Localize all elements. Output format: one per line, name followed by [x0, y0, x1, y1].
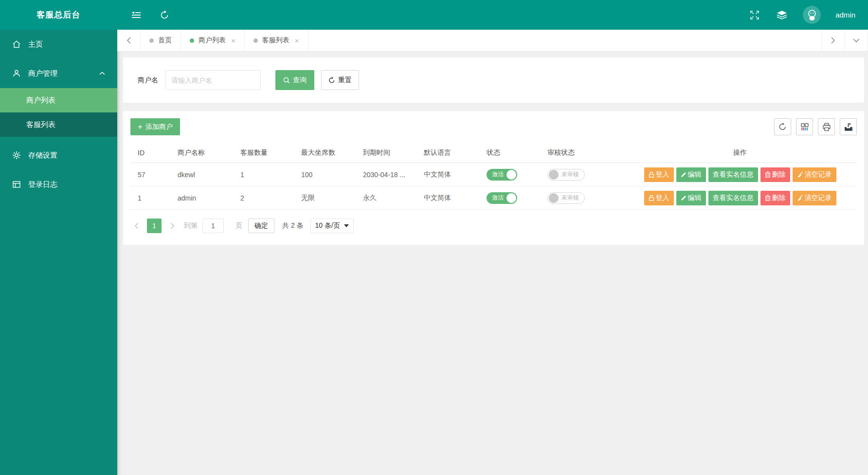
column-header-actions: 操作	[623, 143, 857, 163]
edit-button[interactable]: 编辑	[676, 167, 706, 182]
table-toolbar: + 添加商户	[130, 118, 857, 135]
clear-records-button[interactable]: 清空记录	[793, 167, 836, 182]
cell-agents: 1	[233, 163, 294, 186]
tab-home[interactable]: 首页	[141, 30, 181, 51]
table-card: + 添加商户	[123, 111, 864, 245]
merchant-table: ID 商户名称 客服数量 最大坐席数 到期时间 默认语言 状态 审核状态 操作	[130, 143, 857, 210]
topbar: admin	[117, 0, 868, 30]
reset-icon	[328, 77, 335, 84]
clear-records-button[interactable]: 清空记录	[793, 191, 836, 205]
sidebar-item-label: 商户列表	[26, 96, 55, 105]
confirm-page-button[interactable]: 确定	[248, 219, 274, 233]
view-realname-button[interactable]: 查看实名信息	[708, 191, 758, 205]
column-header-lang: 默认语言	[416, 143, 479, 163]
layers-icon[interactable]	[776, 9, 788, 21]
prev-page-button[interactable]	[131, 222, 141, 229]
delete-button-label: 删除	[772, 170, 786, 179]
delete-button[interactable]: 删除	[760, 167, 790, 182]
sidebar-item-merchant-mgmt[interactable]: 商户管理	[0, 59, 117, 88]
add-merchant-label: 添加商户	[145, 123, 173, 131]
login-button[interactable]: 登入	[644, 167, 674, 182]
page-size-value: 10 条/页	[315, 221, 340, 230]
clear-records-label: 清空记录	[805, 194, 832, 202]
pencil-icon	[681, 195, 687, 201]
query-button[interactable]: 查询	[275, 70, 314, 90]
tab-close-icon[interactable]: ×	[230, 37, 235, 45]
sidebar-item-login-log[interactable]: 登录日志	[0, 170, 117, 199]
chevron-up-icon	[99, 71, 106, 76]
cell-lang: 中文简体	[416, 186, 479, 210]
cell-expire: 永久	[356, 186, 416, 210]
sidebar-submenu: 商户列表 客服列表	[0, 88, 117, 137]
cell-lang: 中文简体	[416, 163, 479, 186]
column-header-status: 状态	[479, 143, 540, 163]
refresh-page-icon[interactable]	[158, 9, 171, 21]
status-toggle-on[interactable]: 激活	[487, 192, 517, 204]
add-merchant-button[interactable]: + 添加商户	[130, 118, 180, 135]
tab-close-icon[interactable]: ×	[294, 37, 299, 45]
sidebar: 客服总后台 主页 商户管理 商户列表	[0, 0, 117, 475]
goto-page-input[interactable]	[202, 219, 224, 233]
audit-toggle-label: 未审核	[561, 170, 579, 179]
column-header-agents: 客服数量	[233, 143, 294, 163]
audit-toggle-off[interactable]: 未审核	[547, 169, 585, 181]
refresh-icon	[778, 123, 787, 131]
table-header-row: ID 商户名称 客服数量 最大坐席数 到期时间 默认语言 状态 审核状态 操作	[130, 143, 857, 163]
edit-button-label: 编辑	[688, 194, 702, 202]
sidebar-item-label: 存储设置	[28, 151, 57, 160]
cell-seats: 无限	[294, 186, 356, 210]
reset-button[interactable]: 重置	[321, 70, 359, 90]
tab-status-dot	[190, 38, 194, 43]
column-header-expire: 到期时间	[356, 143, 416, 163]
broom-icon	[797, 171, 803, 178]
fullscreen-icon[interactable]	[748, 9, 761, 21]
page-number-current[interactable]: 1	[147, 219, 162, 233]
cell-expire: 2030-04-18 ...	[356, 163, 416, 186]
next-page-button[interactable]	[167, 222, 177, 229]
tab-label: 首页	[158, 36, 172, 45]
table-print-button[interactable]	[818, 118, 835, 135]
broom-icon	[797, 195, 803, 201]
table-columns-filter-button[interactable]	[796, 118, 813, 135]
clear-records-label: 清空记录	[805, 170, 832, 179]
tabs-scroll-left-button[interactable]	[117, 30, 141, 51]
delete-button[interactable]: 删除	[760, 191, 790, 205]
table-export-button[interactable]	[840, 118, 857, 135]
status-toggle-label: 激活	[492, 194, 504, 202]
collapse-sidebar-icon[interactable]	[130, 9, 143, 21]
reset-button-label: 重置	[338, 76, 352, 85]
sidebar-item-merchant-list[interactable]: 商户列表	[0, 88, 117, 112]
sidebar-item-home[interactable]: 主页	[0, 30, 117, 59]
print-icon	[822, 123, 831, 131]
sidebar-item-storage[interactable]: 存储设置	[0, 141, 117, 170]
tab-status-dot	[253, 38, 258, 43]
cell-name: admin	[170, 186, 233, 210]
sidebar-item-service-list[interactable]: 客服列表	[0, 112, 117, 137]
edit-button[interactable]: 编辑	[676, 191, 706, 205]
page-size-select[interactable]: 10 条/页	[310, 219, 354, 233]
log-icon	[12, 180, 21, 189]
cell-name: dkewl	[170, 163, 233, 186]
tab-status-dot	[149, 38, 154, 43]
toggle-knob	[549, 193, 559, 203]
current-user[interactable]: admin	[835, 11, 855, 19]
login-button-label: 登入	[656, 194, 669, 202]
merchant-name-input[interactable]	[165, 70, 261, 90]
search-icon	[283, 77, 290, 84]
tab-merchant-list[interactable]: 商户列表 ×	[181, 30, 245, 51]
view-realname-button[interactable]: 查看实名信息	[708, 167, 758, 182]
tabs-menu-button[interactable]	[845, 30, 868, 51]
tabs-scroll-right-button[interactable]	[821, 30, 845, 51]
table-refresh-button[interactable]	[774, 118, 791, 135]
cell-id: 57	[130, 163, 170, 186]
sidebar-item-label: 客服列表	[26, 120, 55, 129]
column-header-name: 商户名称	[170, 143, 233, 163]
avatar[interactable]	[803, 6, 821, 24]
audit-toggle-off[interactable]: 未审核	[547, 192, 585, 204]
sidebar-item-label: 主页	[28, 40, 43, 49]
login-button[interactable]: 登入	[644, 191, 674, 205]
status-toggle-on[interactable]: 激活	[487, 169, 517, 181]
tab-service-list[interactable]: 客服列表 ×	[245, 30, 308, 51]
unlock-icon	[649, 195, 654, 201]
gear-icon	[12, 150, 21, 160]
